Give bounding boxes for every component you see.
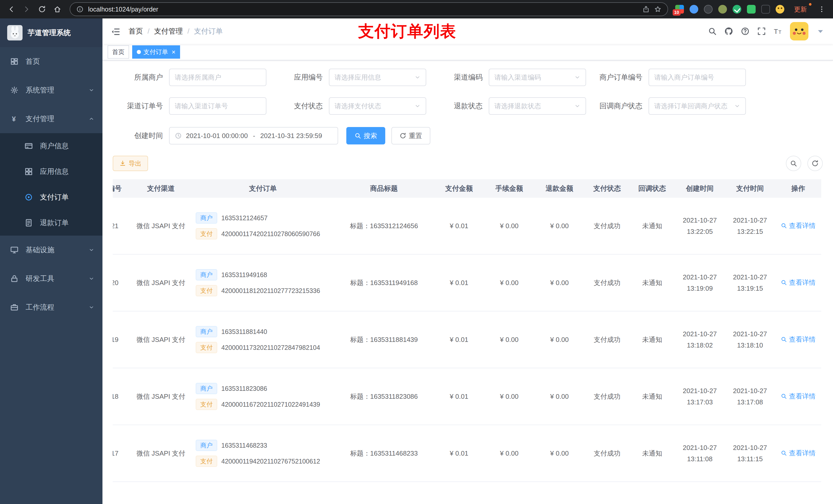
filter-channel-code: 渠道编码 请输入渠道编码 (432, 69, 592, 86)
view-detail-link[interactable]: 查看详情 (781, 221, 815, 230)
chevron-down-icon (89, 276, 94, 282)
browser-reload-button[interactable] (35, 2, 49, 16)
merchant-tag: 商户 (196, 326, 217, 337)
browser-home-button[interactable] (50, 2, 65, 16)
view-detail-link[interactable]: 查看详情 (781, 335, 815, 344)
tab-首页[interactable]: 首页 (108, 45, 129, 58)
bookmark-star-icon[interactable] (654, 6, 661, 13)
browser-back-button[interactable] (4, 2, 19, 16)
sidebar-item-label: 系统管理 (26, 85, 54, 95)
sidebar-item-label: 工作流程 (26, 303, 54, 312)
sidebar-toggle-button[interactable] (111, 26, 120, 37)
chevron-down-icon (89, 87, 94, 93)
sidebar-item-label: 退款订单 (40, 218, 69, 228)
pay-tag: 支付 (196, 456, 217, 467)
merchant-select[interactable]: 请选择所属商户 (169, 69, 266, 86)
browser-extension-icon[interactable] (747, 5, 756, 14)
close-icon[interactable]: × (172, 49, 175, 55)
browser-extension-icon[interactable]: 10 (675, 5, 684, 14)
channel-pay-no: 4200001174202110278060590766 (221, 230, 320, 238)
toggle-search-button[interactable] (786, 156, 801, 171)
browser-extension-icon[interactable] (733, 5, 741, 14)
sidebar-item-refund-order[interactable]: 退款订单 (0, 210, 102, 236)
channel-order-no-input[interactable]: 请输入渠道订单号 (169, 97, 266, 115)
cell-amount: ¥ 0.01 (434, 279, 484, 287)
placeholder-text: 请输入商户订单编号 (654, 73, 740, 82)
sidebar-item-pay-order[interactable]: 支付订单 (0, 184, 102, 210)
date-range-picker[interactable]: 2021-10-01 00:00:00 - 2021-10-31 23:59:5… (169, 127, 338, 144)
refresh-table-button[interactable] (807, 156, 823, 171)
share-icon[interactable] (642, 6, 649, 13)
cell-action: 查看详情 (775, 278, 821, 288)
browser-forward-button[interactable] (20, 2, 34, 16)
sidebar-item-system[interactable]: 系统管理 (0, 76, 102, 104)
filter-label: 应用编号 (272, 72, 329, 82)
pay-status-select[interactable]: 请选择支付状态 (329, 97, 426, 115)
github-icon[interactable] (724, 27, 733, 35)
browser-address-bar[interactable]: localhost:1024/pay/order (70, 2, 668, 16)
refund-status-select[interactable]: 请选择退款状态 (489, 97, 586, 115)
browser-extension-icon[interactable] (718, 5, 727, 14)
svg-text:T: T (779, 30, 781, 35)
breadcrumb-item[interactable]: 支付管理 (154, 26, 183, 36)
browser-extension-icon[interactable] (704, 5, 713, 14)
forward-icon (23, 5, 30, 13)
notify-status-select[interactable]: 请选择订单回调商户状态 (648, 97, 746, 115)
help-icon[interactable] (741, 27, 749, 35)
table-row: 19微信 JSAPI 支付商户1635311881440支付4200001173… (113, 311, 821, 368)
page: localhost:1024/pay/order 10 更新 芋道管理系统 (0, 0, 833, 504)
app-select[interactable]: 请选择应用信息 (329, 69, 426, 86)
export-button-label: 导出 (128, 159, 141, 168)
sidebar-item-workflow[interactable]: 工作流程 (0, 293, 102, 322)
extensions-puzzle-icon[interactable] (761, 5, 770, 14)
sidebar-logo-row[interactable]: 芋道管理系统 (0, 19, 102, 47)
view-detail-label: 查看详情 (789, 449, 815, 458)
clock-icon (175, 132, 182, 139)
merchant-order-no-input[interactable]: 请输入商户订单编号 (648, 69, 746, 86)
filter-label: 渠道订单号 (113, 101, 169, 111)
cell-fee: ¥ 0.00 (484, 279, 534, 287)
tags-view: 首页支付订单× (102, 44, 833, 61)
view-detail-label: 查看详情 (789, 278, 815, 287)
sidebar-item-merchant-info[interactable]: 商户信息 (0, 133, 102, 159)
cell-action: 查看详情 (775, 335, 821, 344)
cell-refund: ¥ 0.00 (534, 279, 585, 287)
browser-menu-icon[interactable] (817, 6, 827, 13)
export-button[interactable]: 导出 (113, 156, 148, 171)
column-header-12: 操作 (775, 184, 821, 193)
view-detail-link[interactable]: 查看详情 (781, 392, 815, 401)
search-icon (781, 393, 787, 399)
hamburger-icon (111, 27, 120, 37)
font-size-icon[interactable]: TT (774, 27, 782, 35)
browser-extension-icon[interactable] (690, 5, 698, 14)
view-detail-link[interactable]: 查看详情 (781, 449, 815, 458)
search-icon (781, 280, 787, 286)
reset-button[interactable]: 重置 (391, 127, 430, 144)
sidebar-item-app-info[interactable]: 应用信息 (0, 159, 102, 184)
cell-create-time: 2021-10-2713:18:02 (675, 328, 725, 351)
user-avatar[interactable] (790, 22, 808, 41)
table-body: 21微信 JSAPI 支付商户1635312124657支付4200001174… (113, 198, 821, 504)
view-detail-link[interactable]: 查看详情 (781, 278, 815, 287)
cell-fee: ¥ 0.00 (484, 392, 534, 401)
search-button[interactable]: 搜索 (346, 127, 385, 144)
sidebar-item-home[interactable]: 首页 (0, 47, 102, 76)
fullscreen-icon[interactable] (757, 27, 766, 35)
breadcrumb-item[interactable]: 首页 (128, 26, 143, 36)
merchant-tag: 商户 (196, 383, 217, 394)
merchant-order-no: 1635311823086 (221, 385, 267, 392)
avatar-caret-icon[interactable] (816, 27, 825, 35)
sidebar-item-dev-tools[interactable]: 研发工具 (0, 264, 102, 293)
browser-profile-avatar[interactable] (776, 5, 784, 14)
breadcrumb-separator: / (147, 27, 149, 35)
site-info-icon[interactable] (76, 6, 84, 13)
sidebar-item-infrastructure[interactable]: 基础设施 (0, 236, 102, 264)
sidebar-item-payment[interactable]: ¥支付管理 (0, 104, 102, 133)
table-row: 17微信 JSAPI 支付商户1635311468233支付4200001194… (113, 425, 821, 482)
table-toolbar: 导出 (113, 156, 823, 171)
tab-支付订单[interactable]: 支付订单× (132, 45, 180, 58)
channel-pay-no: 4200001181202110277723215336 (221, 287, 320, 294)
browser-update-button[interactable]: 更新 (790, 4, 811, 15)
channel-code-select[interactable]: 请输入渠道编码 (489, 69, 586, 86)
header-search-icon[interactable] (708, 27, 717, 35)
